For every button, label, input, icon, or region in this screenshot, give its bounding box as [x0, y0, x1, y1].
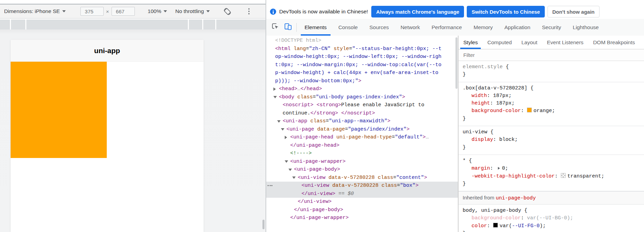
dimensions-select[interactable]: Dimensions: iPhone SE: [4, 8, 66, 14]
zoom-value: 100%: [148, 8, 162, 14]
style-property[interactable]: margin: 0;: [463, 165, 641, 172]
tab-memory[interactable]: Memory: [468, 19, 499, 36]
ruler-segment: [11, 20, 25, 29]
height-input[interactable]: [112, 7, 135, 16]
rotate-device-button[interactable]: [223, 7, 232, 16]
code-line[interactable]: t:0px; --window-margin:0px; --window-top…: [266, 61, 458, 69]
style-property[interactable]: -webkit-tap-highlight-color: transparent…: [463, 173, 641, 180]
filter-input[interactable]: [463, 52, 631, 58]
always-match-chrome-s-language-button[interactable]: Always match Chrome's language: [371, 6, 464, 17]
code-line[interactable]: p-window-height) + calc(44px + env(safe-…: [266, 69, 458, 77]
collapse-arrow-icon[interactable]: [285, 160, 288, 163]
collapse-arrow-icon[interactable]: [292, 176, 296, 179]
inherited-from-header: Inherited from uni-page-body: [459, 191, 644, 205]
collapse-arrow-icon[interactable]: [281, 128, 284, 131]
style-property[interactable]: background-color: orange;: [463, 107, 641, 115]
tab-sources[interactable]: Sources: [364, 19, 395, 36]
color-swatch[interactable]: [561, 173, 566, 178]
collapse-arrow-icon[interactable]: [273, 96, 277, 98]
dom-tree-panel: <!DOCTYPE html><html lang="zh-CN" style=…: [266, 36, 458, 232]
chevron-down-icon: [206, 10, 210, 12]
tab-elements[interactable]: Elements: [299, 19, 333, 36]
code-line[interactable]: <!DOCTYPE html>: [266, 37, 458, 45]
rotate-device-icon: [223, 7, 232, 16]
code-line[interactable]: <uni-page-body>: [266, 166, 458, 174]
switch-devtools-to-chinese-button[interactable]: Switch DevTools to Chinese: [467, 6, 545, 17]
style-property[interactable]: width: 187px;: [463, 92, 641, 100]
collapse-arrow-icon[interactable]: [277, 120, 281, 123]
code-line[interactable]: <!---->: [266, 149, 458, 158]
tab-security[interactable]: Security: [536, 19, 567, 36]
style-property[interactable]: display: block;: [463, 136, 641, 144]
node-menu-dots-icon[interactable]: [268, 185, 272, 186]
code-line[interactable]: continue.</strong> </noscript>: [266, 109, 458, 118]
code-line[interactable]: </uni-page-body>: [266, 206, 458, 214]
rule-selector[interactable]: * {: [463, 157, 641, 165]
color-swatch[interactable]: [493, 223, 498, 228]
throttling-select[interactable]: No throttling: [175, 8, 210, 14]
device-toolbar-icon: [284, 22, 292, 31]
expand-property-icon[interactable]: [498, 167, 500, 170]
code-line[interactable]: </uni-view>: [266, 198, 458, 206]
rule-selector[interactable]: uni-view {: [463, 129, 641, 136]
rule-selector[interactable]: element.style {: [463, 63, 641, 71]
ruler-segment: [216, 20, 266, 29]
code-line[interactable]: op-window-height:0px; --window-left:0px;…: [266, 53, 458, 61]
more-options-button[interactable]: [247, 7, 251, 16]
style-property[interactable]: color: var(--UI-FG-0);: [463, 222, 641, 230]
zoom-select[interactable]: 100%: [148, 8, 167, 14]
sidebar-tab-styles[interactable]: Styles: [459, 36, 482, 49]
code-line[interactable]: <body class="uni-body pages-index-index"…: [266, 93, 458, 101]
code-line[interactable]: </uni-page-wrapper>: [266, 214, 458, 222]
code-line[interactable]: <uni-page-wrapper>: [266, 158, 458, 166]
code-line[interactable]: <uni-page data-page="pages/index/index">: [266, 125, 458, 134]
tab-console[interactable]: Console: [333, 19, 364, 36]
code-line[interactable]: <noscript> <strong>Please enable JavaScr…: [266, 101, 458, 109]
don-t-show-again-button[interactable]: Don't show again: [548, 6, 600, 17]
styles-sidebar: StylesComputedLayoutEvent ListenersDOM B…: [458, 36, 644, 232]
orange-box: [11, 62, 107, 158]
rule-close-brace: }: [463, 180, 641, 188]
main-tabs: ElementsConsoleSourcesNetworkPerformance…: [299, 19, 605, 36]
code-line[interactable]: <head>…</head>: [266, 85, 458, 93]
width-input[interactable]: [80, 7, 104, 16]
rule-selector[interactable]: .box[data-v-57280228] {: [463, 85, 641, 92]
pane-divider[interactable]: [266, 0, 266, 232]
sidebar-tab-dom-breakpoints[interactable]: DOM Breakpoints: [588, 36, 640, 49]
tab-lighthouse[interactable]: Lighthouse: [567, 19, 605, 36]
sidebar-tabs: StylesComputedLayoutEvent ListenersDOM B…: [459, 36, 644, 49]
code-line[interactable]: <uni-view data-v-57280228 class="box">: [266, 182, 458, 190]
code-line[interactable]: <uni-view data-v-57280228 class="content…: [266, 174, 458, 182]
rule-close-brace: }: [463, 71, 641, 78]
tab-application[interactable]: Application: [499, 19, 536, 36]
ruler-segment: [0, 20, 10, 29]
code-scrollbar-thumb[interactable]: [455, 37, 458, 89]
sidebar-tab-event-listeners[interactable]: Event Listeners: [542, 36, 588, 49]
rule-selector[interactable]: body, uni-page-body {: [463, 207, 641, 215]
tab-performance[interactable]: Performance: [426, 19, 468, 36]
inherited-node-link[interactable]: uni-page-body: [496, 195, 536, 201]
styles-filter-bar: [459, 49, 644, 61]
code-line[interactable]: <uni-page-head uni-page-head-type="defau…: [266, 133, 458, 142]
code-line[interactable]: p))); --window-bottom:0px;">: [266, 77, 458, 85]
expand-arrow-icon[interactable]: [285, 136, 287, 139]
devtools-tab-bar: ElementsConsoleSourcesNetworkPerformance…: [266, 19, 644, 36]
rule-close-brace: }: [463, 115, 641, 123]
color-swatch[interactable]: [527, 108, 532, 112]
style-property[interactable]: background-color: var(--UI-BG-0);: [463, 215, 641, 222]
emulated-page[interactable]: uni-app: [11, 40, 204, 232]
style-property[interactable]: height: 187px;: [463, 100, 641, 107]
code-line[interactable]: </uni-page-head>: [266, 142, 458, 150]
tab-network[interactable]: Network: [395, 19, 426, 36]
expand-arrow-icon[interactable]: [273, 87, 276, 91]
sidebar-tab-layout[interactable]: Layout: [517, 36, 542, 49]
style-rule: .box[data-v-57280228] {width: 187px;heig…: [459, 82, 644, 126]
toggle-device-toolbar-button[interactable]: [284, 22, 292, 32]
code-line[interactable]: </uni-view> == $0: [266, 190, 458, 198]
sidebar-tab-computed[interactable]: Computed: [482, 36, 517, 49]
code-line[interactable]: <uni-app class="uni-app--maxwidth">: [266, 117, 458, 125]
pane-scrollbar-thumb[interactable]: [262, 220, 265, 229]
code-line[interactable]: <html lang="zh-CN" style="--status-bar-h…: [266, 45, 458, 53]
inspect-element-button[interactable]: [271, 22, 280, 32]
collapse-arrow-icon[interactable]: [288, 169, 292, 171]
